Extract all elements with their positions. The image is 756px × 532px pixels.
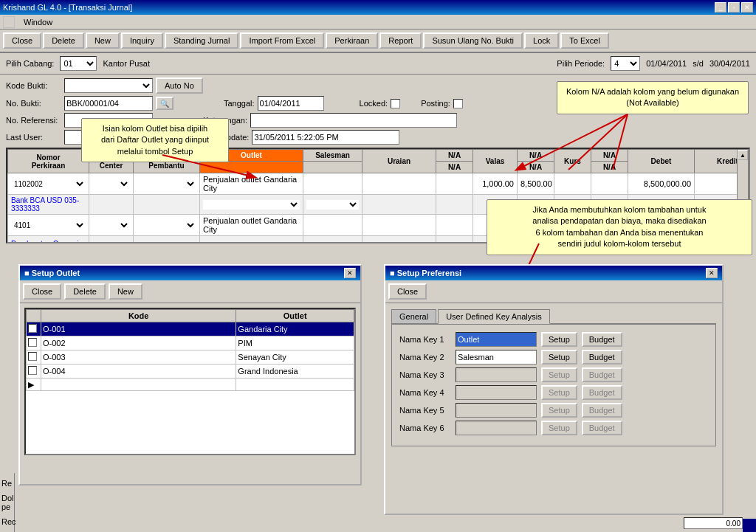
- col-valas: Valas: [473, 150, 518, 173]
- pref-label-2: Nama Key 2: [399, 353, 451, 362]
- setup-outlet-delete-btn[interactable]: Delete: [64, 283, 106, 300]
- pref-input-6[interactable]: [456, 421, 537, 435]
- btn-perkiraan[interactable]: Perkiraan: [326, 32, 378, 49]
- no-bukti-input[interactable]: [64, 96, 153, 111]
- btn-close[interactable]: Close: [3, 32, 41, 49]
- row1-kredit[interactable]: 0.00: [695, 173, 738, 195]
- minimize-btn[interactable]: _: [715, 2, 726, 13]
- btn-report[interactable]: Report: [379, 32, 422, 49]
- pref-input-1[interactable]: [456, 332, 537, 347]
- locked-checkbox[interactable]: [391, 99, 400, 108]
- row2-salesman[interactable]: [303, 215, 362, 236]
- posting-checkbox[interactable]: [453, 99, 463, 108]
- row1-outlet[interactable]: Penjualan outlet Gandaria City: [200, 173, 303, 195]
- btn-to-excel[interactable]: To Excel: [560, 32, 609, 49]
- pref-tab-bar: General User Defined Key Analysis: [391, 309, 716, 324]
- row1-perkiraan-select[interactable]: 1102002: [11, 179, 86, 189]
- setup-outlet-dialog: ■ Setup Outlet ✕ Close Delete New Kode O…: [18, 264, 362, 486]
- row1-pembantu-select[interactable]: [137, 179, 196, 189]
- btn-import-excel[interactable]: Import From Excel: [240, 32, 324, 49]
- pref-row-5: Nama Key 5 Setup Budget: [399, 403, 708, 418]
- col-kredit: Kredit: [695, 150, 738, 173]
- row1b-salesman-select[interactable]: [306, 200, 359, 210]
- pref-input-4[interactable]: [456, 385, 537, 400]
- setup-outlet-close-btn[interactable]: Close: [23, 283, 61, 300]
- outlet-row[interactable]: O-004 Grand Indonesia: [27, 365, 354, 379]
- setup-outlet-new-btn[interactable]: New: [109, 283, 142, 300]
- cabang-select[interactable]: 01: [60, 56, 97, 71]
- outlet-row[interactable]: O-003 Senayan City: [27, 350, 354, 365]
- row1-valas[interactable]: 1,000.00: [473, 173, 518, 195]
- title-bar-buttons[interactable]: _ ▫ ✕: [715, 2, 753, 13]
- row2-pembantu-select[interactable]: [137, 221, 196, 230]
- pref-budget-btn-2[interactable]: Budget: [582, 350, 622, 365]
- col-salesman-sub: [303, 162, 362, 173]
- scroll-up-btn[interactable]: ▲: [738, 150, 748, 160]
- btn-new[interactable]: New: [86, 32, 120, 49]
- setup-preferensi-close-btn[interactable]: Close: [388, 283, 427, 300]
- pref-input-3[interactable]: [456, 367, 537, 382]
- menu-window[interactable]: Window: [18, 17, 58, 27]
- col-na1-sub: N/A: [436, 162, 473, 173]
- close-btn[interactable]: ✕: [741, 2, 753, 13]
- kode-bukti-select[interactable]: [64, 78, 153, 93]
- setup-preferensi-toolbar: Close: [385, 280, 722, 303]
- row2-perkiraan-select[interactable]: 4101: [11, 221, 86, 230]
- pref-budget-btn-6: Budget: [582, 421, 622, 435]
- btn-lock[interactable]: Lock: [524, 32, 559, 49]
- row2-na1: [436, 215, 473, 236]
- outlet-row[interactable]: O-002 PIM: [27, 336, 354, 350]
- table-row: 1102002 Penjualan outlet Gandaria City 1…: [8, 173, 738, 195]
- btn-inquiry[interactable]: Inquiry: [121, 32, 163, 49]
- setup-outlet-title: ■ Setup Outlet ✕: [20, 266, 360, 280]
- pref-budget-btn-1[interactable]: Budget: [582, 332, 622, 347]
- tab-general[interactable]: General: [391, 309, 436, 323]
- btn-standing-jurnal[interactable]: Standing Jurnal: [165, 32, 238, 49]
- row1b-outlet-select[interactable]: [203, 200, 300, 210]
- outlet-kode[interactable]: O-001: [41, 322, 236, 336]
- row2-uraian[interactable]: [362, 215, 436, 236]
- setup-preferensi-dialog: ■ Setup Preferensi ✕ Close General User …: [384, 264, 724, 515]
- pref-setup-btn-4: Setup: [541, 385, 577, 400]
- btn-susun-ulang[interactable]: Susun Ulang No. Bukti: [423, 32, 523, 49]
- col-na3-sub: N/A: [591, 162, 628, 173]
- tanggal-input[interactable]: [258, 96, 324, 111]
- pref-setup-btn-2[interactable]: Setup: [541, 350, 577, 365]
- restore-btn[interactable]: ▫: [728, 2, 740, 13]
- no-bukti-search-btn[interactable]: 🔍: [156, 97, 173, 110]
- outlet-kode[interactable]: O-002: [41, 336, 236, 350]
- col-salesman: Salesman: [303, 150, 362, 162]
- pref-row-3: Nama Key 3 Setup Budget: [399, 367, 708, 382]
- row1-kurs[interactable]: [554, 173, 591, 195]
- btn-delete[interactable]: Delete: [43, 32, 84, 49]
- pref-row-2: Nama Key 2 Setup Budget: [399, 350, 708, 365]
- row1-na3: [591, 173, 628, 195]
- periode-select[interactable]: 4: [611, 56, 640, 71]
- row2-costcenter-select[interactable]: [92, 221, 130, 230]
- row1-debet[interactable]: 8,500,000.00: [628, 173, 695, 195]
- col-kurs: Kurs: [554, 150, 591, 173]
- outlet-col-kode: Kode: [41, 310, 236, 322]
- setup-outlet-close-x[interactable]: ✕: [344, 268, 356, 278]
- auto-no-btn[interactable]: Auto No: [156, 77, 203, 94]
- row1-salesman[interactable]: [303, 173, 362, 195]
- row1-uraian[interactable]: [362, 173, 436, 195]
- title-text: Krishand GL 4.0 - [Transaksi Jurnal]: [3, 3, 132, 12]
- pref-input-5[interactable]: [456, 403, 537, 418]
- outlet-table: Kode Outlet O-001 Gandaria City O-002 PI…: [26, 309, 354, 391]
- col-nomor-perkiraan: NomorPerkiraan: [8, 150, 89, 173]
- pref-budget-btn-5: Budget: [582, 403, 622, 418]
- pref-setup-btn-1[interactable]: Setup: [541, 332, 577, 347]
- row2-outlet[interactable]: Penjualan outlet Gandaria City: [200, 215, 303, 236]
- keterangan-input[interactable]: [250, 113, 457, 128]
- tab-user-defined[interactable]: User Defined Key Analysis: [438, 309, 550, 324]
- outlet-kode[interactable]: O-004: [41, 365, 236, 379]
- setup-preferensi-close-x[interactable]: ✕: [706, 268, 718, 278]
- outlet-new-row[interactable]: ▶: [27, 379, 354, 391]
- row1-costcenter-select[interactable]: [92, 179, 130, 189]
- outlet-kode[interactable]: O-003: [41, 350, 236, 365]
- pref-input-2[interactable]: [456, 350, 537, 365]
- pref-row-4: Nama Key 4 Setup Budget: [399, 385, 708, 400]
- outlet-kode-new[interactable]: [43, 380, 234, 389]
- outlet-row[interactable]: O-001 Gandaria City: [27, 322, 354, 336]
